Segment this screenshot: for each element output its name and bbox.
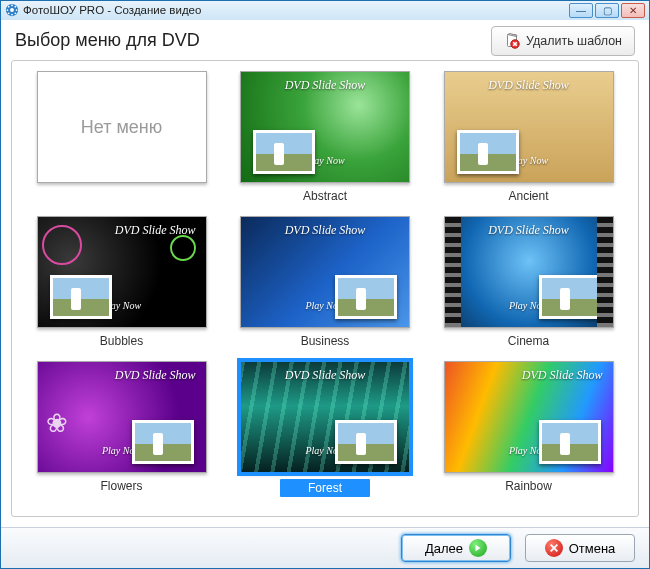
close-button[interactable]: ✕ — [621, 3, 645, 18]
template-sample-photo — [132, 420, 194, 464]
template-flowers[interactable]: DVD Slide ShowPlay NowFlowers — [34, 361, 209, 506]
template-thumbnail: DVD Slide ShowPlay Now — [37, 361, 207, 473]
svg-point-6 — [8, 6, 10, 8]
template-thumbnail: DVD Slide ShowPlay Now — [444, 361, 614, 473]
template-abstract[interactable]: DVD Slide ShowPlay NowAbstract — [238, 71, 413, 216]
template-title-text: DVD Slide Show — [241, 223, 409, 238]
template-title-text: DVD Slide Show — [115, 223, 196, 238]
template-label: Business — [301, 334, 350, 348]
window-buttons: — ▢ ✕ — [569, 3, 645, 18]
window-title: ФотоШОУ PRO - Создание видео — [23, 4, 565, 16]
svg-point-9 — [14, 13, 16, 15]
template-ancient[interactable]: DVD Slide ShowPlay NowAncient — [441, 71, 616, 216]
template-sample-photo — [50, 275, 112, 319]
template-thumbnail: Нет меню — [37, 71, 207, 183]
app-icon — [5, 3, 19, 17]
template-forest[interactable]: DVD Slide ShowPlay NowForest — [238, 361, 413, 506]
template-thumbnail: DVD Slide ShowPlay Now — [444, 71, 614, 183]
template-thumbnail: DVD Slide ShowPlay Now — [37, 216, 207, 328]
dialog-footer: Далее Отмена — [1, 527, 649, 568]
panel-wrap: Нет менюDVD Slide ShowPlay NowAbstractDV… — [1, 60, 649, 527]
cancel-button[interactable]: Отмена — [525, 534, 635, 562]
minimize-button[interactable]: — — [569, 3, 593, 18]
svg-point-4 — [7, 9, 9, 11]
svg-point-8 — [8, 13, 10, 15]
next-button[interactable]: Далее — [401, 534, 511, 562]
page-title: Выбор меню для DVD — [15, 30, 491, 51]
app-window: ФотоШОУ PRO - Создание видео — ▢ ✕ Выбор… — [0, 0, 650, 569]
template-sample-photo — [335, 420, 397, 464]
template-sample-photo — [253, 130, 315, 174]
template-thumbnail: DVD Slide ShowPlay Now — [240, 71, 410, 183]
arrow-right-icon — [469, 539, 487, 557]
template-none[interactable]: Нет меню — [34, 71, 209, 216]
cancel-button-label: Отмена — [569, 541, 616, 556]
delete-template-button[interactable]: Удалить шаблон — [491, 26, 635, 56]
template-sample-photo — [457, 130, 519, 174]
maximize-button[interactable]: ▢ — [595, 3, 619, 18]
template-label: Forest — [280, 479, 370, 497]
template-sample-photo — [539, 275, 601, 319]
svg-point-5 — [16, 9, 18, 11]
template-rainbow[interactable]: DVD Slide ShowPlay NowRainbow — [441, 361, 616, 506]
template-label: Flowers — [100, 479, 142, 493]
svg-point-7 — [14, 6, 16, 8]
template-thumbnail: DVD Slide ShowPlay Now — [240, 216, 410, 328]
template-label: Rainbow — [505, 479, 552, 493]
dialog-header: Выбор меню для DVD Удалить шаблон — [1, 20, 649, 61]
template-label: Ancient — [508, 189, 548, 203]
template-title-text: DVD Slide Show — [241, 368, 409, 383]
template-bubbles[interactable]: DVD Slide ShowPlay NowBubbles — [34, 216, 209, 361]
template-grid: Нет менюDVD Slide ShowPlay NowAbstractDV… — [34, 71, 616, 506]
template-thumbnail: DVD Slide ShowPlay Now — [240, 361, 410, 473]
template-sample-photo — [335, 275, 397, 319]
template-thumbnail: DVD Slide ShowPlay Now — [444, 216, 614, 328]
next-button-label: Далее — [425, 541, 463, 556]
template-business[interactable]: DVD Slide ShowPlay NowBusiness — [238, 216, 413, 361]
template-cinema[interactable]: DVD Slide ShowPlay NowCinema — [441, 216, 616, 361]
template-title-text: DVD Slide Show — [445, 223, 613, 238]
template-label: Abstract — [303, 189, 347, 203]
template-title-text: DVD Slide Show — [241, 78, 409, 93]
delete-template-label: Удалить шаблон — [526, 34, 622, 48]
template-sample-photo — [539, 420, 601, 464]
cancel-icon — [545, 539, 563, 557]
template-panel: Нет менюDVD Slide ShowPlay NowAbstractDV… — [11, 60, 639, 517]
template-title-text: DVD Slide Show — [522, 368, 603, 383]
template-label: Bubbles — [100, 334, 143, 348]
template-label: Cinema — [508, 334, 549, 348]
svg-point-1 — [10, 8, 14, 12]
svg-point-2 — [11, 5, 13, 7]
svg-point-3 — [11, 14, 13, 16]
titlebar: ФотоШОУ PRO - Создание видео — ▢ ✕ — [1, 1, 649, 20]
delete-template-icon — [504, 33, 520, 49]
no-menu-label: Нет меню — [81, 117, 162, 138]
template-title-text: DVD Slide Show — [445, 78, 613, 93]
template-title-text: DVD Slide Show — [115, 368, 196, 383]
